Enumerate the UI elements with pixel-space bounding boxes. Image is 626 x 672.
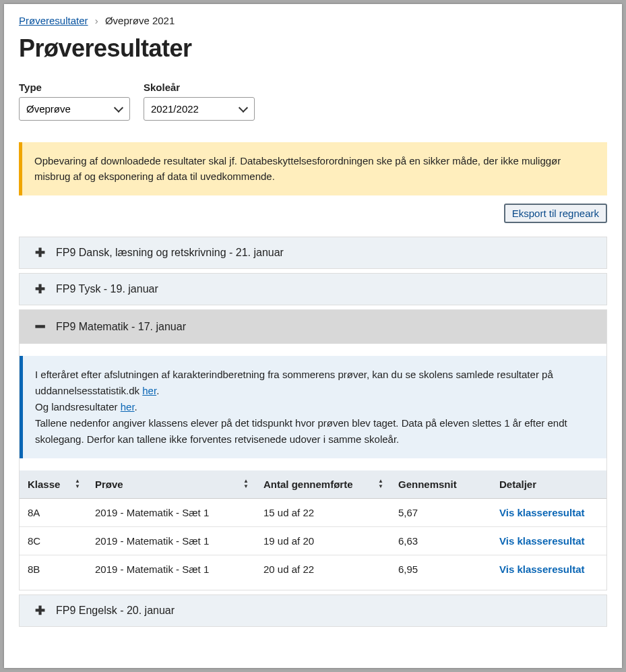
filter-type-select[interactable]: Øveprøve (19, 97, 130, 121)
filters: Type Øveprøve Skoleår 2021/2022 (19, 82, 607, 121)
filter-year: Skoleår 2021/2022 (144, 82, 255, 121)
filter-type-label: Type (19, 82, 130, 93)
col-klasse-label: Klasse (28, 479, 60, 490)
accordion-title: FP9 Engelsk - 20. januar (56, 605, 175, 617)
cell-gennemsnit: 6,63 (390, 526, 491, 555)
cell-gennemsnit: 6,95 (390, 555, 491, 583)
cell-klasse: 8C (20, 526, 87, 555)
breadcrumb: Prøveresultater › Øveprøve 2021 (19, 15, 607, 26)
accordion-header[interactable]: ✚ FP9 Dansk, læsning og retskrivning - 2… (20, 237, 606, 268)
accordion-header[interactable]: ✚ FP9 Tysk - 19. januar (20, 274, 606, 305)
col-detaljer-label: Detaljer (499, 479, 536, 490)
page-title: Prøveresultater (19, 34, 607, 63)
breadcrumb-root-link[interactable]: Prøveresultater (19, 15, 88, 26)
export-button[interactable]: Eksport til regneark (504, 204, 607, 223)
stats-link-school[interactable]: her (142, 385, 156, 396)
info-line2: Og landsresultater (35, 401, 121, 413)
filter-type: Type Øveprøve (19, 82, 130, 121)
col-klasse[interactable]: Klasse ▲▼ (20, 470, 87, 499)
view-class-result-link[interactable]: Vis klasseresultat (499, 563, 584, 575)
info-box: I efteråret efter afslutningen af karakt… (20, 356, 606, 458)
accordion-item-dansk: ✚ FP9 Dansk, læsning og retskrivning - 2… (19, 237, 607, 269)
cell-antal: 19 ud af 20 (255, 526, 390, 555)
col-detaljer: Detaljer (491, 470, 606, 499)
accordion-title: FP9 Tysk - 19. januar (56, 283, 158, 295)
stats-link-national[interactable]: her (121, 401, 135, 413)
breadcrumb-current: Øveprøve 2021 (105, 15, 175, 26)
accordion-title: FP9 Matematik - 17. januar (56, 321, 186, 333)
results-table: Klasse ▲▼ Prøve ▲▼ Antal gennemførte ▲▼ (20, 470, 606, 583)
table-row: 8A 2019 - Matematik - Sæt 1 15 ud af 22 … (20, 498, 606, 526)
chevron-right-icon: › (95, 15, 98, 26)
cell-antal: 15 ud af 22 (255, 498, 390, 526)
info-line3: Tallene nedenfor angiver klassens elever… (35, 417, 567, 445)
data-protection-warning: Opbevaring af downloadede resultater ska… (19, 142, 607, 195)
accordion-item-tysk: ✚ FP9 Tysk - 19. januar (19, 273, 607, 305)
accordion-item-matematik: ━ FP9 Matematik - 17. januar I efteråret… (19, 309, 607, 590)
cell-gennemsnit: 5,67 (390, 498, 491, 526)
view-class-result-link[interactable]: Vis klasseresultat (499, 507, 584, 518)
info-line1: I efteråret efter afslutningen af karakt… (35, 369, 553, 396)
filter-year-select[interactable]: 2021/2022 (144, 97, 255, 121)
cell-klasse: 8B (20, 555, 87, 583)
col-antal-label: Antal gennemførte (263, 479, 353, 490)
cell-prove: 2019 - Matematik - Sæt 1 (87, 526, 255, 555)
cell-prove: 2019 - Matematik - Sæt 1 (87, 555, 255, 583)
cell-klasse: 8A (20, 498, 87, 526)
sort-icon: ▲▼ (378, 479, 383, 489)
cell-antal: 20 ud af 22 (255, 555, 390, 583)
accordion-body: I efteråret efter afslutningen af karakt… (20, 344, 606, 590)
filter-year-label: Skoleår (144, 82, 255, 93)
table-row: 8B 2019 - Matematik - Sæt 1 20 ud af 22 … (20, 555, 606, 583)
minus-icon: ━ (32, 319, 48, 334)
col-prove-label: Prøve (95, 479, 123, 490)
plus-icon: ✚ (32, 283, 48, 295)
col-gennemsnit: Gennemsnit (390, 470, 491, 499)
col-gennemsnit-label: Gennemsnit (398, 479, 457, 490)
table-row: 8C 2019 - Matematik - Sæt 1 19 ud af 20 … (20, 526, 606, 555)
cell-prove: 2019 - Matematik - Sæt 1 (87, 498, 255, 526)
accordion-header[interactable]: ✚ FP9 Engelsk - 20. januar (20, 595, 606, 626)
accordion-title: FP9 Dansk, læsning og retskrivning - 21.… (56, 247, 284, 259)
sort-icon: ▲▼ (75, 479, 80, 489)
accordion-item-engelsk: ✚ FP9 Engelsk - 20. januar (19, 594, 607, 627)
col-antal[interactable]: Antal gennemførte ▲▼ (255, 470, 390, 499)
sort-icon: ▲▼ (243, 479, 249, 489)
accordion-header[interactable]: ━ FP9 Matematik - 17. januar (20, 310, 606, 344)
col-prove[interactable]: Prøve ▲▼ (87, 470, 255, 499)
plus-icon: ✚ (32, 605, 48, 617)
view-class-result-link[interactable]: Vis klasseresultat (499, 535, 584, 547)
plus-icon: ✚ (32, 247, 48, 259)
